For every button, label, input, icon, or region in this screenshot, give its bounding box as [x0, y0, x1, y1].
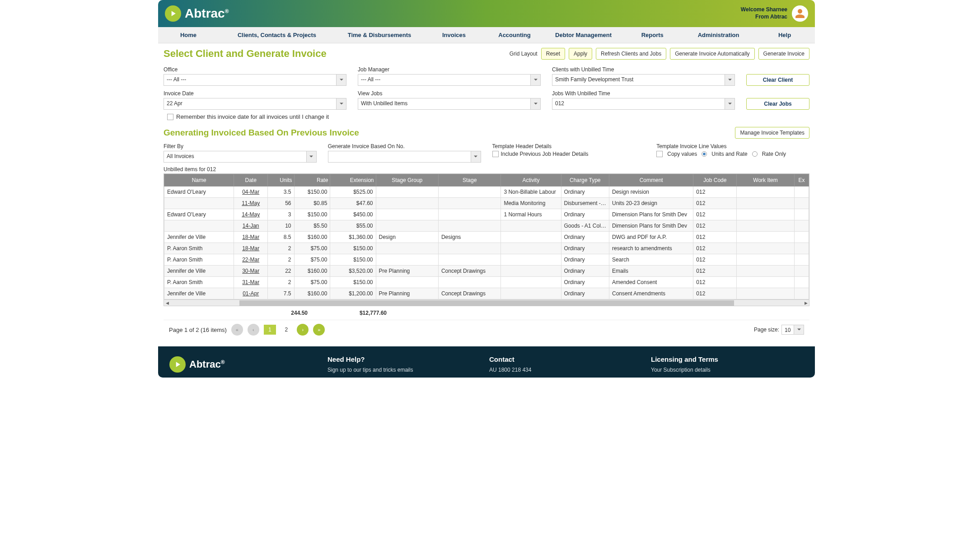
cell-date[interactable]: 04-Mar	[234, 187, 268, 198]
brand-logo[interactable]: Abtrac®	[165, 5, 229, 22]
cell-name: P. Aaron Smith	[164, 254, 234, 266]
cell-comment: Consent Amendments	[609, 288, 693, 299]
table-row[interactable]: Edward O'Leary04-Mar3.5$150.00$525.003 N…	[164, 187, 809, 198]
nav-time[interactable]: Time & Disbursements	[335, 27, 424, 43]
table-row[interactable]: P. Aaron Smith18-Mar2$75.00$150.00Ordina…	[164, 243, 809, 254]
reset-button[interactable]: Reset	[541, 48, 565, 60]
page-size-select[interactable]: 10	[781, 325, 804, 335]
nav-clients[interactable]: Clients, Contacts & Projects	[219, 27, 335, 43]
avatar[interactable]	[792, 5, 808, 22]
rate-only-radio[interactable]	[752, 151, 758, 157]
office-select[interactable]: --- All ---	[164, 74, 346, 86]
table-row[interactable]: P. Aaron Smith22-Mar2$75.00$150.00Ordina…	[164, 254, 809, 266]
pager-page-1[interactable]: 1	[264, 325, 276, 335]
chevron-down-icon[interactable]	[336, 98, 346, 109]
cell-name	[164, 220, 234, 232]
cell-extension: $1,200.00	[330, 288, 376, 299]
pager-next-button[interactable]: ›	[297, 324, 309, 336]
cell-name: Edward O'Leary	[164, 187, 234, 198]
filter-by-select[interactable]: All Invoices	[164, 151, 317, 163]
clients-unbilled-select[interactable]: Smith Family Development Trust	[552, 74, 735, 86]
chevron-down-icon[interactable]	[530, 75, 540, 85]
cell-comment: Search	[609, 254, 693, 266]
refresh-clients-button[interactable]: Refresh Clients and Jobs	[596, 48, 666, 60]
pager-first-button[interactable]: «	[231, 324, 243, 336]
scroll-right-icon[interactable]: ▶	[803, 300, 809, 306]
invoice-date-select[interactable]: 22 Apr	[164, 98, 346, 110]
nav-help[interactable]: Help	[754, 27, 815, 43]
footer-lic-text[interactable]: Your Subscription details	[651, 367, 804, 373]
brand-name: Abtrac	[185, 6, 225, 20]
nav-debtor[interactable]: Debtor Management	[545, 27, 622, 43]
cell-date[interactable]: 31-Mar	[234, 277, 268, 288]
cell-date[interactable]: 11-May	[234, 198, 268, 209]
cell-charge-type: Ordinary	[561, 187, 609, 198]
view-jobs-select[interactable]: With Unbilled Items	[358, 98, 541, 110]
cell-date[interactable]: 18-Mar	[234, 243, 268, 254]
cell-stage	[438, 198, 501, 209]
table-row[interactable]: Jennifer de Ville30-Mar22$160.00$3,520.0…	[164, 266, 809, 277]
jobs-unbilled-select[interactable]: 012	[552, 98, 735, 110]
include-prev-checkbox[interactable]	[492, 151, 499, 157]
cell-date[interactable]: 30-Mar	[234, 266, 268, 277]
manage-templates-button[interactable]: Manage Invoice Templates	[735, 127, 809, 139]
units-rate-label: Units and Rate	[711, 151, 747, 157]
nav-reports[interactable]: Reports	[622, 27, 683, 43]
cell-ex	[794, 232, 809, 243]
table-row[interactable]: Edward O'Leary14-May3$150.00$450.001 Nor…	[164, 209, 809, 220]
table-row[interactable]: Jennifer de Ville01-Apr7.5$160.00$1,200.…	[164, 288, 809, 299]
chevron-down-icon[interactable]	[794, 325, 804, 334]
generate-auto-button[interactable]: Generate Invoice Automatically	[670, 48, 754, 60]
footer-logo[interactable]: Abtrac®	[169, 355, 318, 373]
horizontal-scrollbar[interactable]: ◀ ▶	[164, 299, 809, 306]
cell-units: 3.5	[267, 187, 294, 198]
cell-work-item	[737, 198, 795, 209]
copy-values-checkbox[interactable]	[656, 151, 663, 157]
table-header-row: Name Date Units Rate Extension Stage Gro…	[164, 174, 809, 187]
footer-contact-title: Contact	[489, 355, 642, 363]
clear-jobs-button[interactable]: Clear Jobs	[746, 98, 809, 110]
clear-client-button[interactable]: Clear Client	[746, 74, 809, 86]
apply-button[interactable]: Apply	[569, 48, 592, 60]
cell-ex	[794, 254, 809, 266]
generate-invoice-button[interactable]: Generate Invoice	[758, 48, 809, 60]
chevron-down-icon[interactable]	[530, 98, 540, 109]
cell-stage	[438, 187, 501, 198]
table-row[interactable]: 11-May56$0.85$47.60Media MonitoringDisbu…	[164, 198, 809, 209]
nav-home[interactable]: Home	[158, 27, 219, 43]
cell-date[interactable]: 14-Jan	[234, 220, 268, 232]
nav-admin[interactable]: Administration	[683, 27, 754, 43]
chevron-down-icon[interactable]	[306, 151, 316, 162]
scroll-thumb[interactable]	[239, 300, 734, 306]
include-prev-label: Include Previous Job Header Details	[501, 151, 589, 157]
job-manager-select[interactable]: --- All ---	[358, 74, 541, 86]
chevron-down-icon[interactable]	[725, 75, 734, 85]
table-row[interactable]: P. Aaron Smith31-Mar2$75.00$150.00Ordina…	[164, 277, 809, 288]
welcome-line-2: From Abtrac	[741, 14, 787, 21]
pager-page-2[interactable]: 2	[281, 325, 293, 335]
cell-activity: 3 Non-Billable Labour	[501, 187, 561, 198]
pager-prev-button[interactable]: ‹	[248, 324, 259, 336]
office-label: Office	[164, 66, 346, 73]
chevron-down-icon[interactable]	[725, 98, 734, 109]
remember-date-checkbox[interactable]	[167, 114, 173, 120]
table-row[interactable]: 14-Jan10$5.50$55.00Goods - A1 Colo...Dim…	[164, 220, 809, 232]
based-on-label: Generate Invoice Based On No.	[328, 143, 481, 149]
nav-invoices[interactable]: Invoices	[424, 27, 484, 43]
cell-date[interactable]: 22-Mar	[234, 254, 268, 266]
footer-help-title: Need Help?	[327, 355, 480, 363]
based-on-select[interactable]	[328, 151, 481, 163]
units-rate-radio[interactable]	[702, 151, 707, 157]
nav-accounting[interactable]: Accounting	[484, 27, 545, 43]
cell-date[interactable]: 18-Mar	[234, 232, 268, 243]
table-row[interactable]: Jennifer de Ville18-Mar8.5$160.00$1,360.…	[164, 232, 809, 243]
chevron-down-icon[interactable]	[336, 75, 346, 85]
chevron-down-icon[interactable]	[471, 151, 481, 162]
pager-last-button[interactable]: »	[313, 324, 325, 336]
cell-activity	[501, 288, 561, 299]
scroll-left-icon[interactable]: ◀	[164, 300, 170, 306]
cell-comment: Amended Consent	[609, 277, 693, 288]
footer-help-text[interactable]: Sign up to our tips and tricks emails	[327, 367, 480, 373]
cell-date[interactable]: 01-Apr	[234, 288, 268, 299]
cell-date[interactable]: 14-May	[234, 209, 268, 220]
